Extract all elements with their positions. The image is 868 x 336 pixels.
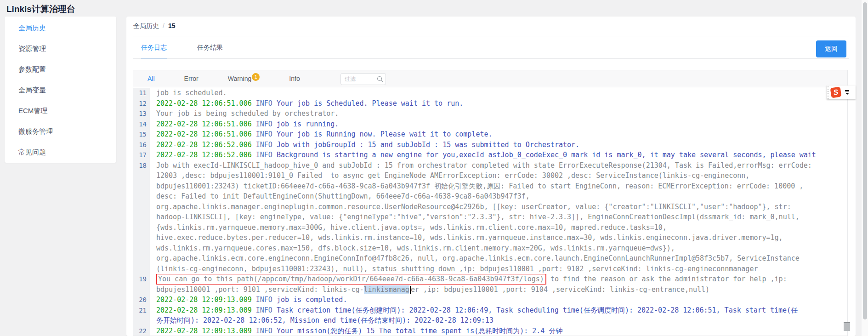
log-line-number (133, 222, 150, 233)
sidebar-item-global-variables[interactable]: 全局变量 (5, 80, 116, 100)
log-line-number: 14 (133, 119, 150, 130)
breadcrumb-parent[interactable]: 全局历史 (133, 22, 159, 29)
log-line-number: 19 (133, 274, 150, 285)
log-row: 162022-02-28 12:06:52.006 INFO Job with … (133, 140, 847, 150)
log-row: 202022-02-28 12:09:13.009 INFO job is co… (133, 295, 847, 305)
log-row: 务开始时间): 2022-02-28 12:06:52, Mission end… (133, 315, 847, 326)
log-line-number: 16 (133, 140, 150, 150)
log-line-number (133, 315, 150, 326)
log-line-text: bdpujes110001:23243) ticketID:664eee7d-c… (150, 181, 847, 192)
log-segment-plain: org.apache.linkis.manager.engineplugin.c… (156, 203, 791, 211)
log-line-number (133, 202, 150, 212)
log-line-text: 2022-02-28 12:06:52.006 INFO Job with jo… (150, 140, 847, 150)
sogou-ime-icon[interactable]: S (830, 87, 842, 98)
log-segment-lvl: INFO (256, 327, 277, 335)
log-line-text: You can go to this path(/appcom/tmp/hado… (150, 274, 847, 285)
tab-bar: 任务日志任务结果 (141, 38, 223, 58)
tab-task-result[interactable]: 任务结果 (197, 38, 223, 58)
log-line-number (133, 264, 150, 274)
ime-menu-dash (845, 90, 849, 91)
log-line-text: Your job is being scheduled by orchestra… (150, 108, 847, 119)
log-segment-lvl: INFO (256, 296, 277, 304)
log-segment-ts: 2022-02-28 12:09:13.009 (156, 327, 256, 335)
log-segment-plain: hadoop-LINKISCLI], [key: engineType, val… (156, 213, 800, 221)
log-line-text: org.apache.linkis.ecm.core.engineconn.En… (150, 253, 847, 264)
log-line-number (133, 233, 150, 243)
log-line-text: hadoop-LINKISCLI], [key: engineType, val… (150, 212, 847, 222)
log-line-text: desc: Failed to init DefaultEngineConn(S… (150, 191, 847, 202)
log-filter-info[interactable]: Info (289, 75, 300, 82)
log-segment-plain: Your job is being scheduled by orchestra… (156, 109, 339, 118)
page-scrollbar-track[interactable] (862, 0, 868, 336)
ime-menu-arrow (845, 93, 849, 95)
log-segment-ts: 2022-02-28 12:06:52.006 (156, 151, 256, 159)
log-filter-warning[interactable]: Warning1 (228, 75, 260, 82)
sidebar-item-microservice-management[interactable]: 微服务管理 (5, 121, 116, 142)
sidebar-item-global-history[interactable]: 全局历史 (5, 17, 116, 38)
log-line-text: hive.exec.reduce.bytes.per.reducer=10, w… (150, 233, 847, 243)
log-line-text: job is scheduled. (150, 88, 847, 98)
log-line-text: Job with execId-LINKISCLI_hadoop_hive_0 … (150, 160, 847, 171)
log-line-text: 务开始时间): 2022-02-28 12:06:52, Mission end… (150, 315, 847, 326)
log-segment-ts: 2022-02-28 12:06:51.006 (156, 120, 256, 128)
log-line-text: 2022-02-28 12:09:13.009 INFO job is comp… (150, 295, 847, 305)
log-line-number: 20 (133, 295, 150, 305)
sidebar-item-faq[interactable]: 常见问题 (5, 142, 116, 162)
sidebar-menu: 全局历史资源管理参数配置全局变量ECM管理微服务管理常见问题 (5, 17, 116, 162)
log-segment-msg: 务开始时间): 2022-02-28 12:06:52, Mission end… (156, 316, 494, 325)
breadcrumb-separator: / (163, 22, 165, 29)
log-segment-lvl: INFO (256, 130, 277, 138)
sidebar-item-parameter-config[interactable]: 参数配置 (5, 59, 116, 80)
log-panel: AllErrorWarning1Info 11job is scheduled.… (133, 70, 848, 336)
log-segment-plain: er ,ip: bdpujes110001 ,port: 9104 ,servi… (411, 285, 709, 294)
sidebar-item-ecm-management[interactable]: ECM管理 (5, 100, 116, 121)
log-row: 122022-02-28 12:06:51.006 INFO Your job … (133, 98, 847, 109)
ime-menu-icon[interactable] (845, 90, 849, 95)
log-line-number (133, 191, 150, 202)
log-segment-plain: desc: Failed to init DefaultEngineConn(S… (156, 192, 530, 200)
log-segment-msg: Job with jobGroupId : 15 and subJobId : … (277, 141, 579, 149)
log-filter-error[interactable]: Error (184, 75, 199, 82)
log-segment-ts: 2022-02-28 12:09:13.009 (156, 296, 256, 304)
page-scrollbar-thumb[interactable] (863, 2, 867, 319)
log-segment-msg: Your job is Running now. Please wait it … (277, 130, 493, 138)
back-button[interactable]: 返回 (816, 40, 846, 57)
log-row: hive.exec.reduce.bytes.per.reducer=10, w… (133, 233, 847, 243)
log-line-number: 13 (133, 108, 150, 119)
log-row: 142022-02-28 12:06:51.006 INFO job is ru… (133, 119, 847, 130)
log-line-number: 21 (133, 305, 150, 316)
log-segment-ts: 2022-02-28 12:06:52.006 (156, 141, 256, 149)
log-row: 12003 ,desc: bdpujes110001:9101_0 Failed… (133, 171, 847, 181)
warning-count-badge: 1 (252, 73, 260, 81)
sidebar: 全局历史资源管理参数配置全局变量ECM管理微服务管理常见问题 (5, 17, 116, 163)
log-row: wds.linkis.rm.yarnqueue.cores.max=150, d… (133, 243, 847, 254)
log-line-text: wds.linkis.rm.yarnqueue.cores.max=150, d… (150, 243, 847, 254)
log-segment-plain: job is scheduled. (156, 89, 227, 97)
log-line-text: (linkis-cg-engineconn, bdpujes110001:232… (150, 264, 847, 274)
tab-divider (133, 58, 849, 59)
log-line-number (133, 171, 150, 181)
ime-widget: S (827, 85, 856, 99)
main-content: 全局历史/15 任务日志任务结果 返回 AllErrorWarning1Info… (126, 17, 856, 336)
log-segment-lvl: INFO (256, 120, 277, 128)
log-row: (linkis-cg-engineconn, bdpujes110001:232… (133, 264, 847, 274)
log-filter-all[interactable]: All (148, 75, 155, 82)
log-body[interactable]: 11job is scheduled.122022-02-28 12:06:51… (133, 88, 847, 336)
log-row: 18Job with execId-LINKISCLI_hadoop_hive_… (133, 160, 847, 171)
log-line-text: org.apache.linkis.manager.engineplugin.c… (150, 202, 847, 212)
sidebar-item-resource-management[interactable]: 资源管理 (5, 38, 116, 59)
log-line-text: 2022-02-28 12:06:51.006 INFO Your job is… (150, 98, 847, 109)
log-segment-plain: Job with execId-LINKISCLI_hadoop_hive_0 … (156, 161, 812, 170)
log-row: {wds.linkis.rm.yarnqueue.memory.max=300G… (133, 222, 847, 233)
breadcrumb-current: 15 (168, 22, 176, 29)
log-row: org.apache.linkis.ecm.core.engineconn.En… (133, 253, 847, 264)
log-line-number: 11 (133, 88, 150, 98)
log-row: 212022-02-28 12:09:13.009 INFO Task crea… (133, 305, 847, 316)
log-scrollbar-thumb[interactable] (844, 322, 850, 331)
log-line-text: 2022-02-28 12:06:51.006 INFO job is runn… (150, 119, 847, 130)
log-segment-plain: 12003 ,desc: bdpujes110001:9101_0 Failed… (156, 171, 749, 180)
tab-task-log[interactable]: 任务日志 (141, 38, 167, 58)
ime-drag-handle[interactable] (827, 85, 829, 99)
log-line-number: 22 (133, 326, 150, 336)
log-row: hadoop-LINKISCLI], [key: engineType, val… (133, 212, 847, 222)
